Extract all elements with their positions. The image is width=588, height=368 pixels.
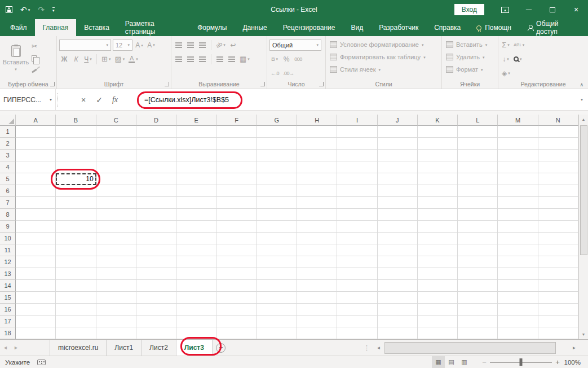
cell-A9[interactable]: [16, 221, 56, 233]
cell-J14[interactable]: [378, 280, 418, 292]
cell-N2[interactable]: [538, 138, 578, 150]
cell-L3[interactable]: [458, 150, 498, 161]
chevron-down-icon[interactable]: ▾: [50, 98, 52, 102]
cell-J6[interactable]: [378, 185, 418, 197]
macro-record-icon[interactable]: [37, 360, 46, 365]
cell-D3[interactable]: [136, 150, 176, 161]
increase-indent-button[interactable]: [227, 54, 237, 65]
active-cell-B5[interactable]: 10: [56, 173, 96, 185]
cell-E16[interactable]: [176, 304, 216, 316]
cell-F15[interactable]: [216, 292, 257, 304]
cancel-button[interactable]: ×: [77, 93, 90, 107]
row-header-1[interactable]: 1: [0, 126, 16, 138]
cell-I13[interactable]: [337, 268, 377, 280]
cell-F4[interactable]: [216, 161, 257, 173]
cell-F18[interactable]: [216, 327, 257, 339]
cell-J18[interactable]: [378, 327, 418, 339]
cell-G10[interactable]: [257, 233, 297, 244]
horizontal-scrollbar[interactable]: [383, 340, 569, 356]
cell-C2[interactable]: [96, 138, 136, 150]
cell-F16[interactable]: [216, 304, 257, 316]
cell-K13[interactable]: [418, 268, 458, 280]
cell-I7[interactable]: [337, 197, 377, 209]
decrease-font-button[interactable]: А▾: [146, 40, 156, 51]
cell-J3[interactable]: [378, 150, 418, 161]
row-header-3[interactable]: 3: [0, 150, 16, 161]
cell-K5[interactable]: [418, 173, 458, 185]
cell-K6[interactable]: [418, 185, 458, 197]
align-left-button[interactable]: [174, 54, 184, 65]
cell-M4[interactable]: [498, 161, 538, 173]
cell-G1[interactable]: [257, 126, 297, 138]
format-painter-button[interactable]: [32, 65, 40, 76]
font-size-select[interactable]: 12▾: [113, 40, 132, 51]
cell-N14[interactable]: [538, 280, 578, 292]
cell-C11[interactable]: [96, 244, 136, 256]
expand-formula-bar-icon[interactable]: ▾: [576, 97, 588, 102]
cell-D7[interactable]: [136, 197, 176, 209]
cell-I4[interactable]: [337, 161, 377, 173]
cell-F13[interactable]: [216, 268, 257, 280]
cell-A3[interactable]: [16, 150, 56, 161]
cell-B6[interactable]: [56, 185, 96, 197]
cell-H10[interactable]: [297, 233, 337, 244]
cell-N18[interactable]: [538, 327, 578, 339]
cell-I1[interactable]: [337, 126, 377, 138]
cell-H9[interactable]: [297, 221, 337, 233]
cell-E11[interactable]: [176, 244, 216, 256]
increase-decimal-button[interactable]: ←.0: [269, 68, 280, 79]
cell-B11[interactable]: [56, 244, 96, 256]
row-header-18[interactable]: 18: [0, 327, 16, 339]
cell-C13[interactable]: [96, 268, 136, 280]
cell-B16[interactable]: [56, 304, 96, 316]
conditional-formatting-button[interactable]: Условное форматирование▾: [328, 38, 425, 51]
cell-H14[interactable]: [297, 280, 337, 292]
cell-J10[interactable]: [378, 233, 418, 244]
cell-N7[interactable]: [538, 197, 578, 209]
cell-B18[interactable]: [56, 327, 96, 339]
italic-button[interactable]: К: [71, 54, 81, 65]
cell-G3[interactable]: [257, 150, 297, 161]
cell-K3[interactable]: [418, 150, 458, 161]
cell-C18[interactable]: [96, 327, 136, 339]
ribbon-tab-Формулы[interactable]: Формулы: [189, 19, 235, 36]
cell-H13[interactable]: [297, 268, 337, 280]
cell-M16[interactable]: [498, 304, 538, 316]
cell-N1[interactable]: [538, 126, 578, 138]
ribbon-tab-Файл[interactable]: Файл: [2, 19, 35, 36]
cell-N5[interactable]: [538, 173, 578, 185]
number-format-select[interactable]: Общий▾: [269, 40, 321, 51]
cell-N16[interactable]: [538, 304, 578, 316]
cell-G7[interactable]: [257, 197, 297, 209]
alignment-dialog-launcher[interactable]: [260, 82, 265, 86]
insert-cells-button[interactable]: Вставить▾: [444, 38, 489, 51]
row-header-16[interactable]: 16: [0, 304, 16, 316]
cell-A10[interactable]: [16, 233, 56, 244]
cell-B8[interactable]: [56, 209, 96, 221]
cell-A17[interactable]: [16, 316, 56, 327]
cell-B9[interactable]: [56, 221, 96, 233]
cell-E14[interactable]: [176, 280, 216, 292]
cell-J16[interactable]: [378, 304, 418, 316]
cell-K11[interactable]: [418, 244, 458, 256]
ribbon-display-options-button[interactable]: ▴: [493, 0, 517, 19]
column-header-N[interactable]: N: [538, 115, 578, 126]
column-header-H[interactable]: H: [297, 115, 337, 126]
maximize-button[interactable]: [541, 0, 564, 19]
row-header-9[interactable]: 9: [0, 221, 16, 233]
cell-C5[interactable]: [96, 173, 136, 185]
cell-L12[interactable]: [458, 256, 498, 268]
cell-I2[interactable]: [337, 138, 377, 150]
cell-A4[interactable]: [16, 161, 56, 173]
cell-M2[interactable]: [498, 138, 538, 150]
cell-J15[interactable]: [378, 292, 418, 304]
cell-I17[interactable]: [337, 316, 377, 327]
cell-N9[interactable]: [538, 221, 578, 233]
cell-F2[interactable]: [216, 138, 257, 150]
cell-H16[interactable]: [297, 304, 337, 316]
cell-B15[interactable]: [56, 292, 96, 304]
cell-K16[interactable]: [418, 304, 458, 316]
cell-L6[interactable]: [458, 185, 498, 197]
cell-A5[interactable]: [16, 173, 56, 185]
row-header-11[interactable]: 11: [0, 244, 16, 256]
